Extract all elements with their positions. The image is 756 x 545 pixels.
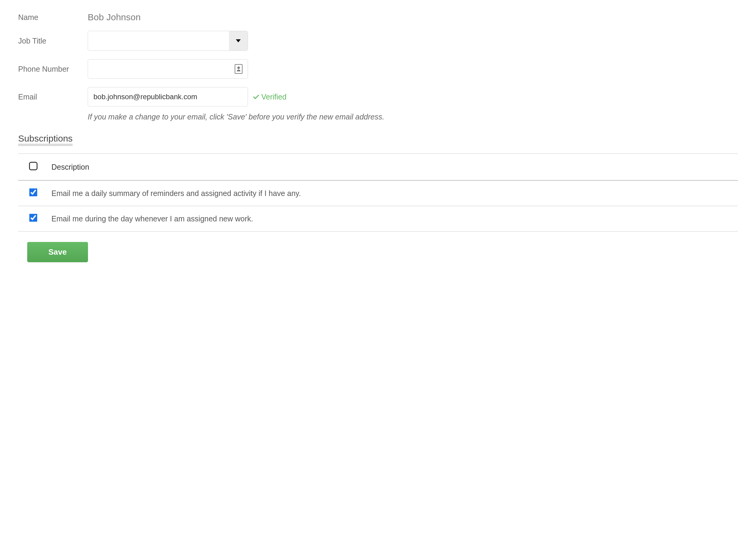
verified-badge: Verified bbox=[254, 93, 286, 101]
email-input-wrap bbox=[88, 87, 248, 106]
email-input[interactable] bbox=[88, 87, 248, 106]
save-row: Save bbox=[18, 231, 738, 262]
subscription-description: Email me a daily summary of reminders an… bbox=[48, 181, 738, 206]
name-value: Bob Johnson bbox=[88, 12, 141, 22]
select-all-checkbox[interactable] bbox=[29, 162, 37, 170]
subscription-description: Email me during the day whenever I am as… bbox=[48, 206, 738, 231]
subscription-checkbox[interactable] bbox=[29, 188, 37, 196]
phone-row: Phone Number bbox=[18, 59, 738, 79]
phone-input[interactable] bbox=[88, 59, 248, 79]
phone-input-wrap bbox=[88, 59, 248, 79]
phone-label: Phone Number bbox=[18, 65, 88, 73]
email-label: Email bbox=[18, 93, 88, 101]
save-button[interactable]: Save bbox=[27, 242, 88, 262]
email-row: Email Verified bbox=[18, 87, 738, 106]
job-title-label: Job Title bbox=[18, 37, 88, 45]
check-icon bbox=[253, 93, 259, 99]
job-title-row: Job Title bbox=[18, 31, 738, 51]
name-label: Name bbox=[18, 13, 88, 22]
table-row: Email me a daily summary of reminders an… bbox=[18, 181, 738, 206]
table-row: Email me during the day whenever I am as… bbox=[18, 206, 738, 231]
name-row: Name Bob Johnson bbox=[18, 12, 738, 22]
job-title-select[interactable] bbox=[88, 31, 248, 51]
subscriptions-title: Subscriptions bbox=[18, 133, 73, 146]
subscriptions-table: Description Email me a daily summary of … bbox=[18, 153, 738, 232]
verified-text: Verified bbox=[261, 93, 286, 101]
job-title-select-wrap bbox=[88, 31, 248, 51]
email-hint: If you make a change to your email, clic… bbox=[88, 113, 738, 121]
subscription-checkbox[interactable] bbox=[29, 214, 37, 222]
description-header: Description bbox=[48, 154, 738, 181]
